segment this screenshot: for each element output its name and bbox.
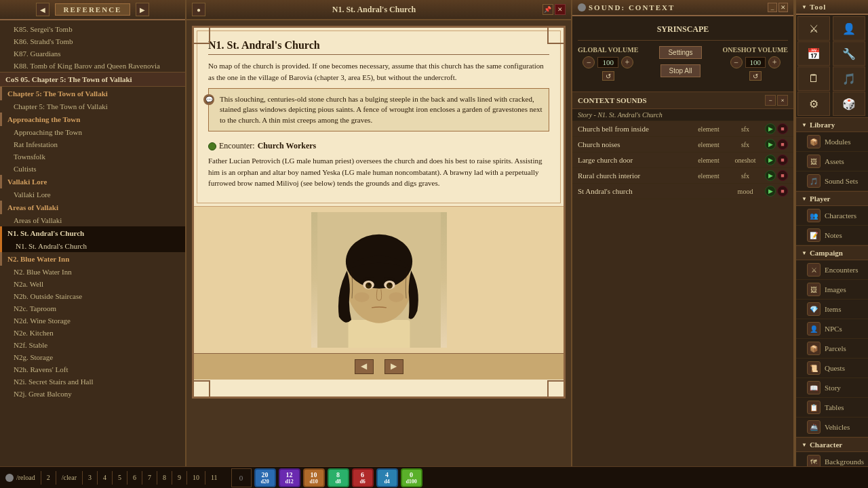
document: N1. St. Andral's Church No map of the ch…	[192, 26, 566, 399]
doc-prev-btn[interactable]: ◀	[355, 359, 374, 374]
section-campaign-header[interactable]: ▼ Campaign	[796, 245, 868, 260]
dice-d4[interactable]: 4 d4	[376, 468, 398, 487]
tool-music-icon[interactable]: 🎵	[833, 66, 865, 91]
sound-close-btn[interactable]: ✕	[778, 3, 788, 12]
sound-stop-1[interactable]: ■	[777, 139, 788, 150]
nav-item-n2h[interactable]: N2h. Ravens' Loft	[0, 363, 185, 375]
status-div-7	[142, 471, 142, 485]
nav-item-n2[interactable]: N2. Blue Water Inn	[0, 252, 185, 266]
dice-d8[interactable]: 8 d8	[328, 468, 349, 487]
nav-items[interactable]: 💎 Items	[796, 300, 868, 319]
dice-d12[interactable]: 12 d12	[279, 468, 300, 487]
nav-item-areas[interactable]: Areas of Vallaki	[0, 201, 185, 214]
sound-stop-3[interactable]: ■	[777, 170, 788, 181]
sound-sets-icon: 🎵	[807, 174, 821, 188]
nav-images[interactable]: 🖼 Images	[796, 280, 868, 300]
nav-modules[interactable]: 📦 Modules	[796, 132, 868, 152]
tool-calendar-icon[interactable]: 📅	[797, 41, 830, 66]
stop-all-button[interactable]: Stop All	[660, 64, 701, 77]
tool-gear-icon[interactable]: ⚙	[797, 92, 830, 116]
nav-sound-sets[interactable]: 🎵 Sound Sets	[796, 171, 868, 191]
settings-button[interactable]: Settings	[659, 46, 701, 59]
nav-item-rat[interactable]: Rat Infestation	[0, 138, 185, 150]
nav-right-btn[interactable]: ▶	[136, 3, 149, 16]
modules-label: Modules	[825, 138, 851, 146]
oneshot-vol-down[interactable]: −	[730, 56, 743, 68]
sound-indicator	[578, 3, 586, 12]
section-character-header[interactable]: ▼ Character	[796, 437, 868, 452]
nav-item-n1-sub[interactable]: N1. St. Andral's Church	[0, 240, 185, 252]
nav-item-k86[interactable]: K86. Strahd's Tomb	[0, 35, 185, 47]
nav-item-k88[interactable]: K88. Tomb of King Barov and Queen Raveno…	[0, 60, 185, 72]
sound-stop-2[interactable]: ■	[777, 155, 788, 165]
dice-d10[interactable]: 10 d10	[303, 468, 325, 487]
nav-quests[interactable]: 📜 Quests	[796, 359, 868, 378]
nav-vehicles[interactable]: 🚢 Vehicles	[796, 418, 868, 437]
nav-item-n2i[interactable]: N2i. Secret Stairs and Hall	[0, 375, 185, 388]
nav-item-approach-town[interactable]: Approaching the Town	[0, 126, 185, 138]
nav-characters[interactable]: 👥 Characters	[796, 206, 868, 226]
center-close-btn[interactable]: ✕	[555, 4, 566, 15]
tool-extra-icon[interactable]: 🎲	[833, 92, 865, 116]
center-pin-btn[interactable]: 📌	[542, 4, 553, 15]
nav-list: K85. Sergei's Tomb K86. Strahd's Tomb K8…	[0, 20, 185, 467]
ctx-btn-1[interactable]: −	[765, 95, 776, 106]
nav-item-areas-sub[interactable]: Areas of Vallaki	[0, 214, 185, 226]
tool-settings-icon[interactable]: 🔧	[833, 41, 865, 66]
nav-item-cultists[interactable]: Cultists	[0, 163, 185, 175]
dice-d100[interactable]: 0 d100	[401, 468, 422, 487]
tool-character-icon[interactable]: 👤	[833, 16, 865, 41]
nav-item-ch5sub[interactable]: Chapter 5: The Town of Vallaki	[0, 100, 185, 113]
sound-play-3[interactable]: ▶	[765, 170, 776, 181]
nav-item-approaching[interactable]: Approaching the Town	[0, 113, 185, 126]
nav-item-n2j[interactable]: N2j. Great Balcony	[0, 388, 185, 400]
nav-item-ch5[interactable]: Chapter 5: The Town of Vallaki	[0, 87, 185, 100]
sound-play-2[interactable]: ▶	[765, 155, 776, 165]
ctx-btn-2[interactable]: ×	[777, 95, 788, 106]
nav-item-n2d[interactable]: N2d. Wine Storage	[0, 314, 185, 327]
nav-item-n2c[interactable]: N2c. Taproom	[0, 302, 185, 314]
nav-notes[interactable]: 📝 Notes	[796, 226, 868, 245]
sound-minimize-btn[interactable]: _	[768, 3, 777, 12]
nav-item-n1[interactable]: N1. St. Andral's Church	[0, 226, 185, 240]
nav-item-n2g[interactable]: N2g. Storage	[0, 351, 185, 363]
nav-item-k87[interactable]: K87. Guardians	[0, 47, 185, 60]
sound-stop-0[interactable]: ■	[777, 123, 788, 134]
global-vol-reset[interactable]: ↺	[602, 71, 614, 81]
tool-notes-icon[interactable]: 🗒	[797, 66, 830, 91]
nav-item-n2e[interactable]: N2e. Kitchen	[0, 327, 185, 339]
nav-item-n2f[interactable]: N2f. Stable	[0, 339, 185, 351]
sound-stop-4[interactable]: ■	[777, 186, 788, 197]
nav-encounters[interactable]: ⚔ Encounters	[796, 260, 868, 280]
nav-item-n2-sub[interactable]: N2. Blue Water Inn	[0, 266, 185, 278]
section-library-header[interactable]: ▼ Library	[796, 117, 868, 132]
d4-label: d4	[384, 479, 389, 485]
doc-navigation: ◀ ▶	[194, 353, 564, 380]
nav-item-n2b[interactable]: N2b. Outside Staircase	[0, 290, 185, 302]
nav-item-k85[interactable]: K85. Sergei's Tomb	[0, 23, 185, 35]
nav-item-vallaki-lore[interactable]: Vallaki Lore	[0, 175, 185, 188]
sound-play-0[interactable]: ▶	[765, 123, 776, 134]
doc-next-btn[interactable]: ▶	[384, 359, 403, 374]
sound-play-4[interactable]: ▶	[765, 186, 776, 197]
global-vol-up[interactable]: +	[621, 56, 633, 68]
nav-item-vallaki-lore-sub[interactable]: Vallaki Lore	[0, 188, 185, 201]
nav-item-cos05[interactable]: CoS 05. Chapter 5: The Town of Vallaki	[0, 72, 185, 87]
oneshot-vol-reset[interactable]: ↺	[749, 71, 762, 81]
section-player-header[interactable]: ▼ Player	[796, 191, 868, 206]
global-vol-down[interactable]: −	[583, 56, 595, 68]
oneshot-vol-up[interactable]: +	[768, 56, 781, 68]
sound-play-1[interactable]: ▶	[765, 139, 776, 150]
dice-d6[interactable]: 6 d6	[352, 468, 374, 487]
dice-d20[interactable]: 20 d20	[254, 468, 276, 487]
nav-npcs[interactable]: 👤 NPCs	[796, 319, 868, 339]
nav-left-btn[interactable]: ◀	[36, 3, 50, 16]
center-back-btn[interactable]: ●	[192, 3, 205, 16]
tool-combat-icon[interactable]: ⚔	[797, 16, 830, 41]
nav-parcels[interactable]: 📦 Parcels	[796, 339, 868, 359]
nav-assets[interactable]: 🖼 Assets	[796, 152, 868, 171]
nav-story[interactable]: 📖 Story	[796, 378, 868, 398]
nav-item-townsfolk[interactable]: Townsfolk	[0, 150, 185, 163]
nav-item-n2a[interactable]: N2a. Well	[0, 278, 185, 290]
nav-tables[interactable]: 📋 Tables	[796, 398, 868, 418]
